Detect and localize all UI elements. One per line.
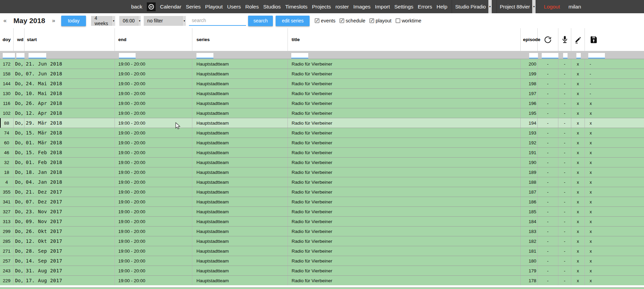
menubar-item-back[interactable]: back <box>131 4 142 10</box>
table-row[interactable]: 18 Do, 18. Jan 2018 19:00 - 20:00 Haupts… <box>0 167 644 177</box>
cell-pencil: x <box>571 128 585 138</box>
table-row[interactable]: 130 Do, 10. Mai 2018 19:00 - 20:00 Haupt… <box>0 88 644 98</box>
table-row[interactable]: 144 Do, 24. Mai 2018 19:00 - 20:00 Haupt… <box>0 78 644 88</box>
cell-start-date: 09. Nov 2017 <box>24 217 115 226</box>
table-row[interactable]: 46 Do, 15. Feb 2018 19:00 - 20:00 Haupts… <box>0 147 644 157</box>
table-row[interactable]: 243 Do, 31. Aug 2017 19:00 - 20:00 Haupt… <box>0 266 644 275</box>
menubar-item-timeslots[interactable]: Timeslots <box>285 4 308 10</box>
project-select[interactable]: Project 88vier ▼ <box>497 0 536 13</box>
filter-input-repeat[interactable] <box>542 53 558 58</box>
cell-save: x <box>585 256 644 266</box>
cell-wd: Do, <box>14 227 24 236</box>
cell-pencil: x <box>571 276 585 285</box>
menubar-item-series[interactable]: Series <box>186 4 201 10</box>
prev-month-button[interactable]: « <box>3 17 6 24</box>
cell-episode: 182 <box>521 236 538 246</box>
cell-end-time: 19:00 - 20:00 <box>115 118 192 128</box>
menubar-item-settings[interactable]: Settings <box>394 4 413 10</box>
range-select[interactable]: 4 weeks ▼ <box>91 16 115 26</box>
filter-input-save[interactable] <box>588 53 605 58</box>
cell-series: Hauptstadtteam <box>192 148 288 157</box>
search-button[interactable]: search <box>248 16 273 26</box>
cell-microphone: - <box>558 108 571 118</box>
filter-input-title[interactable] <box>291 53 308 58</box>
menubar-item-roster[interactable]: roster <box>335 4 349 10</box>
column-header-start[interactable]: start <box>24 28 115 51</box>
cell-doy: 74 <box>0 128 14 138</box>
cell-episode: 185 <box>521 207 538 216</box>
menubar-item-calendar[interactable]: Calendar <box>160 4 181 10</box>
cell-end-time: 19:00 - 20:00 <box>115 256 192 266</box>
checkbox-playout[interactable]: playout <box>369 18 391 23</box>
column-header-doy[interactable]: doy <box>0 28 14 51</box>
table-row[interactable]: 355 Do, 21. Dez 2017 19:00 - 20:00 Haupt… <box>0 187 644 197</box>
filter-input-doy[interactable] <box>3 53 15 58</box>
table-row[interactable]: 32 Do, 01. Feb 2018 19:00 - 20:00 Haupts… <box>0 157 644 167</box>
cell-series: Hauptstadtteam <box>192 158 288 167</box>
edit-series-button[interactable]: edit series <box>276 16 310 26</box>
cell-episode: 200 <box>521 59 538 69</box>
menubar-item-studios[interactable]: Studios <box>263 4 281 10</box>
filter-input-end[interactable] <box>119 53 136 58</box>
cell-start-date: 26. Apr 2018 <box>24 98 115 108</box>
cell-end-time: 19:00 - 20:00 <box>115 128 192 138</box>
cell-pencil: x <box>571 59 585 69</box>
cell-end-time: 19:00 - 20:00 <box>115 98 192 108</box>
table-row[interactable]: 257 Do, 14. Sep 2017 19:00 - 20:00 Haupt… <box>0 256 644 266</box>
menubar-item-users[interactable]: Users <box>227 4 241 10</box>
table-row[interactable]: 285 Do, 12. Okt 2017 19:00 - 20:00 Haupt… <box>0 236 644 246</box>
filter-input-pencil[interactable] <box>576 53 581 58</box>
table-row[interactable]: 116 Do, 26. Apr 2018 19:00 - 20:00 Haupt… <box>0 98 644 108</box>
table-row[interactable]: 172 Do, 21. Jun 2018 19:00 - 20:00 Haupt… <box>0 59 644 69</box>
filter-input-wd[interactable] <box>16 53 24 58</box>
menubar-item-images[interactable]: Images <box>353 4 371 10</box>
checkbox-worktime[interactable]: worktime <box>396 18 421 23</box>
menubar-item-roles[interactable]: Roles <box>245 4 259 10</box>
repeat-icon <box>543 35 552 44</box>
column-header-pencil[interactable] <box>571 28 585 51</box>
table-row[interactable]: 60 Do, 01. Mär 2018 19:00 - 20:00 Haupts… <box>0 138 644 147</box>
checkbox-schedule[interactable]: schedule <box>340 18 365 23</box>
studio-select[interactable]: Studio Piradio ▼ <box>452 0 492 13</box>
cell-series: Hauptstadtteam <box>192 118 288 128</box>
column-header-title[interactable]: title <box>288 28 521 51</box>
table-row[interactable]: 158 Do, 07. Jun 2018 19:00 - 20:00 Haupt… <box>0 69 644 78</box>
table-row[interactable]: 88 Do, 29. Mär 2018 19:00 - 20:00 Haupts… <box>0 118 644 128</box>
next-month-button[interactable]: » <box>52 17 55 24</box>
filter-input-start[interactable] <box>29 53 46 58</box>
table-row[interactable]: 271 Do, 28. Sep 2017 19:00 - 20:00 Haupt… <box>0 246 644 256</box>
filter-input-microphone[interactable] <box>563 53 568 58</box>
column-header-series[interactable]: series <box>192 28 288 51</box>
search-input[interactable] <box>189 16 246 26</box>
menubar-item-help[interactable]: Help <box>437 4 448 10</box>
menubar-item-playout[interactable]: Playout <box>205 4 223 10</box>
logout-link[interactable]: Logout <box>544 4 560 10</box>
table-row[interactable]: 313 Do, 09. Nov 2017 19:00 - 20:00 Haupt… <box>0 216 644 226</box>
table-row[interactable]: 4 Do, 04. Jan 2018 19:00 - 20:00 Hauptst… <box>0 177 644 187</box>
column-header-save[interactable] <box>585 28 644 51</box>
column-header-end[interactable]: end <box>115 28 192 51</box>
filter-input-episode[interactable] <box>529 53 538 58</box>
chevron-down-icon: ▼ <box>138 16 141 26</box>
today-button[interactable]: today <box>61 16 86 26</box>
checkbox-events[interactable]: events <box>315 18 335 23</box>
table-row[interactable]: 229 Do, 17. Aug 2017 19:00 - 20:00 Haupt… <box>0 275 644 285</box>
column-header-wd[interactable]: wd <box>14 28 24 51</box>
filter-input-series[interactable] <box>196 53 213 58</box>
table-row[interactable]: 74 Do, 15. Mär 2018 19:00 - 20:00 Haupts… <box>0 128 644 138</box>
table-row[interactable]: 327 Do, 23. Nov 2017 19:00 - 20:00 Haupt… <box>0 206 644 216</box>
table-row[interactable]: 299 Do, 26. Okt 2017 19:00 - 20:00 Haupt… <box>0 226 644 236</box>
menubar-item-errors[interactable]: Errors <box>418 4 432 10</box>
column-header-microphone[interactable] <box>558 28 571 51</box>
column-header-repeat[interactable] <box>538 28 558 51</box>
menubar-item-projects[interactable]: Projects <box>312 4 331 10</box>
cell-start-date: 17. Aug 2017 <box>24 276 115 285</box>
table-row[interactable]: 341 Do, 07. Dez 2017 19:00 - 20:00 Haupt… <box>0 197 644 206</box>
column-header-episode[interactable]: episode <box>521 28 538 51</box>
cell-repeat: - <box>538 217 558 226</box>
table-row[interactable]: 102 Do, 12. Apr 2018 19:00 - 20:00 Haupt… <box>0 108 644 118</box>
time-select[interactable]: 06:00 ▼ <box>119 16 139 26</box>
menubar-item-import[interactable]: Import <box>375 4 390 10</box>
cell-doy: 4 <box>0 177 14 187</box>
filter-select[interactable]: no filter ▼ <box>144 16 186 26</box>
